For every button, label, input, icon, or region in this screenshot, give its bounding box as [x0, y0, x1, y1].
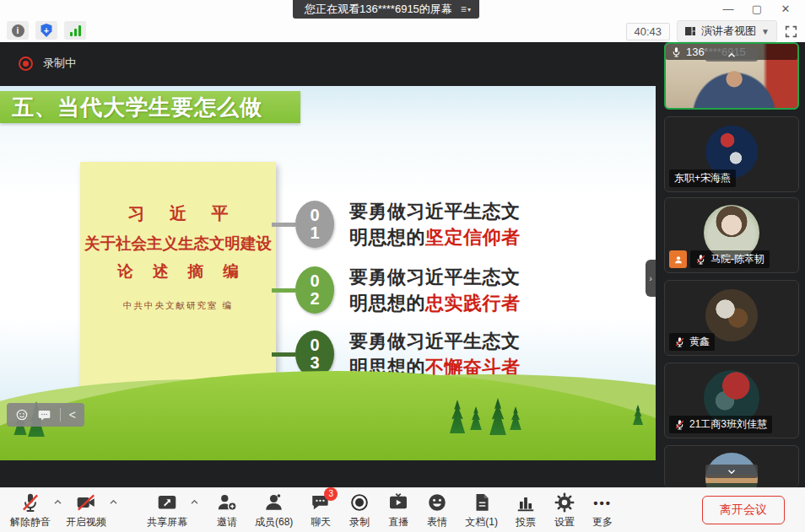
network-button[interactable]: [64, 21, 86, 40]
sidebar-collapse-handle[interactable]: ›: [646, 260, 656, 297]
documents-button[interactable]: 文档(1): [463, 492, 500, 529]
members-icon: [263, 492, 285, 514]
signal-bars-icon: [70, 25, 81, 36]
book-title-line1: 习 近 平: [80, 202, 276, 225]
meeting-info-group: i +: [7, 21, 86, 40]
view-controls-group: 40:43 演讲者视图 ▼: [626, 20, 798, 42]
maximize-button[interactable]: ▢: [743, 0, 771, 19]
screen-share-icon: [156, 492, 178, 514]
participant-tile[interactable]: 黄鑫: [664, 280, 799, 356]
record-icon: [348, 492, 370, 514]
point-01-text: 要勇做习近平生态文 明思想的坚定信仰者: [349, 198, 521, 250]
chevron-down-icon: ▼: [761, 27, 770, 36]
microphone-muted-icon: [19, 492, 41, 514]
slide-title-banner: 五、当代大学生要怎么做: [0, 91, 300, 123]
participant-sidebar: 136****6915 东职+宋海燕 马院-陈萃韧: [664, 42, 799, 487]
start-video-button[interactable]: 开启视频: [64, 492, 108, 529]
emoji-tool-icon[interactable]: [15, 408, 29, 422]
layout-icon: [684, 25, 696, 37]
microphone-muted-icon: [695, 254, 706, 265]
ellipsis-icon: •••: [593, 492, 612, 514]
point-02-emphasis: 忠实践行者: [425, 293, 521, 314]
vote-button[interactable]: 投票: [513, 492, 538, 529]
live-stream-button[interactable]: 直播: [386, 492, 411, 529]
chat-button[interactable]: 3 聊天: [308, 492, 333, 529]
microphone-muted-icon: [674, 336, 685, 347]
view-mode-selector[interactable]: 演讲者视图 ▼: [677, 20, 777, 42]
emoji-button[interactable]: 表情: [424, 492, 450, 529]
meeting-info-button[interactable]: i: [7, 21, 29, 40]
point-02-number: 0 2: [295, 266, 334, 314]
participant-tile[interactable]: 东职+宋海燕: [664, 116, 799, 192]
participant-tile-partial[interactable]: [664, 445, 799, 487]
participant-tile[interactable]: 马院-陈萃韧: [664, 197, 799, 273]
recording-label: 录制中: [43, 56, 76, 71]
watching-screen-banner: 您正在观看136****6915的屏幕 ≡▾: [293, 0, 479, 19]
participant-tile[interactable]: 21工商3班刘佳慧: [664, 363, 799, 438]
gear-icon: [554, 492, 575, 514]
participant-name-label: 黄鑫: [689, 335, 710, 349]
video-options-chevron[interactable]: [109, 493, 118, 508]
audio-options-chevron[interactable]: [53, 493, 62, 508]
share-options-chevron[interactable]: [190, 493, 199, 508]
participant-tile-active-speaker[interactable]: 136****6915: [664, 42, 799, 110]
point-01: 0 1 要勇做习近平生态文 明思想的坚定信仰者: [272, 198, 521, 250]
banner-menu-icon[interactable]: ≡▾: [461, 3, 471, 15]
annotation-toolbar: <: [7, 403, 84, 427]
point-01-number: 0 1: [295, 201, 334, 248]
slide-title: 五、当代大学生要怎么做: [0, 93, 262, 122]
collapse-videos-button[interactable]: [705, 48, 758, 62]
point-02: 0 2 要勇做习近平生态文 明思想的忠实践行者: [272, 264, 521, 316]
watching-screen-text: 您正在观看136****6915的屏幕: [305, 2, 452, 17]
close-button[interactable]: ✕: [771, 0, 800, 19]
microphone-on-icon: [671, 46, 682, 57]
view-mode-label: 演讲者视图: [701, 24, 756, 39]
meeting-window: 您正在观看136****6915的屏幕 ≡▾ — ▢ ✕ i + 40:43 演…: [0, 0, 805, 532]
meeting-timer: 40:43: [626, 23, 671, 40]
comment-tool-icon[interactable]: [37, 409, 51, 422]
participant-name-label: 马院-陈萃韧: [710, 252, 764, 266]
invite-person-icon: [216, 492, 238, 514]
bar-chart-icon: [515, 492, 537, 514]
leave-meeting-button[interactable]: 离开会议: [702, 496, 785, 524]
document-icon: [471, 492, 493, 514]
participant-name-label: 21工商3班刘佳慧: [689, 417, 767, 432]
participant-name-label: 东职+宋海燕: [674, 171, 731, 185]
smiley-icon: [426, 492, 448, 514]
members-button[interactable]: 成员(68): [253, 492, 294, 529]
minimize-button[interactable]: —: [714, 0, 743, 19]
scroll-down-button[interactable]: [705, 465, 758, 478]
chevron-left-icon[interactable]: <: [69, 409, 76, 421]
chevron-up-icon: [727, 52, 737, 58]
shared-screen-slide: 五、当代大学生要怎么做 习 近 平 关于社会主义生态文明建设 论 述 摘 编 中…: [0, 86, 656, 460]
menu-bar: i + 40:43 演讲者视图 ▼: [0, 19, 805, 42]
title-bar: 您正在观看136****6915的屏幕 ≡▾ — ▢ ✕: [0, 0, 805, 19]
live-tv-icon: [387, 492, 409, 514]
info-icon: i: [12, 24, 24, 37]
book-editor: 中共中央文献研究室 编: [80, 300, 276, 312]
chat-icon: 3: [310, 492, 332, 514]
point-02-connector: [272, 288, 295, 293]
more-button[interactable]: ••• 更多: [591, 492, 614, 529]
toolbar-divider: [60, 408, 61, 422]
main-stage: 录制中 五、当代大学生要怎么做 习 近 平 关于社会主义生态文明建设 论 述 摘…: [0, 42, 805, 487]
unmute-button[interactable]: 解除静音: [8, 492, 52, 529]
share-screen-button[interactable]: 共享屏幕: [145, 492, 189, 529]
invite-button[interactable]: 邀请: [214, 492, 240, 529]
host-badge-icon: [669, 250, 687, 268]
window-controls: — ▢ ✕: [714, 0, 800, 19]
fullscreen-icon[interactable]: [784, 24, 798, 39]
settings-button[interactable]: 设置: [552, 492, 577, 529]
point-03-connector: [272, 352, 295, 357]
chat-badge: 3: [324, 487, 338, 501]
camera-off-icon: [75, 492, 97, 514]
point-01-connector: [272, 223, 295, 227]
bottom-toolbar: 解除静音 开启视频 共享屏幕 邀请: [0, 487, 805, 532]
record-button[interactable]: 录制: [347, 492, 372, 529]
microphone-muted-icon: [674, 419, 685, 430]
security-button[interactable]: +: [35, 21, 57, 40]
shield-icon: +: [41, 24, 52, 37]
point-02-text: 要勇做习近平生态文 明思想的忠实践行者: [349, 264, 521, 316]
recording-indicator: 录制中: [19, 56, 76, 71]
book-title-line2: 关于社会主义生态文明建设: [80, 233, 276, 254]
